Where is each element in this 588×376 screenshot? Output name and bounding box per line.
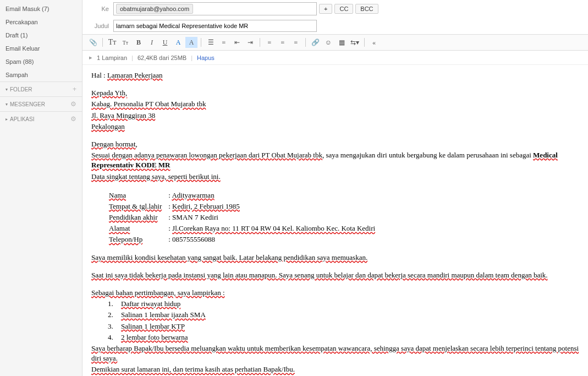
align-left-icon[interactable]: ≡ [263,37,276,48]
chevron-right-icon: ▸ [89,54,92,61]
underline-icon[interactable]: U [159,37,171,48]
to-input[interactable]: obatmujarab@yahoo.com [113,2,317,15]
attachment-bar: ▸ 1 Lampiran | 62,4KB dari 25MB | Hapus [83,51,588,65]
recipient-chip[interactable]: obatmujarab@yahoo.com [116,4,193,14]
bcc-button[interactable]: BCC [355,4,378,14]
font-size-up-icon[interactable]: Tт [106,37,118,48]
section-label: FOLDER [10,86,32,92]
gear-icon[interactable]: ⚙ [70,100,76,108]
highlight-icon[interactable]: A [185,37,197,48]
remove-attachment-link[interactable]: Hapus [197,55,215,61]
subject-input[interactable] [113,20,317,32]
nav-conversations[interactable]: Percakapan [0,15,82,29]
emoji-icon[interactable]: ☺ [322,37,334,48]
section-aplikasi[interactable]: ▸APLIKASI⚙ [0,111,82,126]
number-list-icon[interactable]: ≡ [218,37,230,48]
align-right-icon[interactable]: ≡ [290,37,302,48]
compose-panel: Ke obatmujarab@yahoo.com + CC BCC Judul … [83,0,588,376]
chevron-down-icon: ▾ [6,87,8,92]
collapse-icon[interactable]: « [368,37,380,48]
cc-button[interactable]: CC [334,4,353,14]
gear-icon[interactable]: ⚙ [70,115,76,123]
font-color-icon[interactable]: A [172,37,184,48]
attachment-count: 1 Lampiran [97,55,127,61]
align-center-icon[interactable]: ≡ [277,37,289,48]
indent-icon[interactable]: ⇥ [244,37,256,48]
add-recipient-button[interactable]: + [319,4,332,14]
outdent-icon[interactable]: ⇤ [231,37,243,48]
nav-drafts[interactable]: Draft (1) [0,29,82,42]
bullet-list-icon[interactable]: ☰ [205,37,217,48]
attachment-list: 1.Daftar riwayat hidup 2.Salinan 1 lemba… [108,299,579,342]
stationery-icon[interactable]: ▦ [336,37,348,48]
subject-row: Judul [83,18,588,34]
font-size-down-icon[interactable]: Tт [119,37,131,48]
section-label: APLIKASI [10,116,34,122]
nav-trash[interactable]: Sampah [0,68,82,81]
format-toolbar: 📎 Tт Tт B I U A A ☰ ≡ ⇤ ⇥ ≡ ≡ ≡ 🔗 ☺ ▦ ⇆▾… [83,34,588,51]
link-icon[interactable]: 🔗 [309,37,321,48]
nav-sent[interactable]: Email Keluar [0,42,82,55]
message-body[interactable]: Hal : Lamaran Pekerjaan Kepada Yth, Kaba… [83,65,588,376]
subject-label: Judul [87,23,113,29]
to-label: Ke [87,6,113,12]
section-folder[interactable]: ▾FOLDER+ [0,81,82,96]
chevron-down-icon: ▾ [6,102,8,107]
bold-icon[interactable]: B [133,37,145,48]
to-row: Ke obatmujarab@yahoo.com + CC BCC [83,0,588,18]
add-folder-icon[interactable]: + [73,85,76,93]
section-label: MESSENGER [10,101,45,107]
switch-format-icon[interactable]: ⇆▾ [349,37,361,48]
info-table: Nama: Adityawarman Tempat & tgl.lahir: K… [108,189,382,246]
sidebar: Email Masuk (7) Percakapan Draft (1) Ema… [0,0,83,376]
attachment-size: 62,4KB dari 25MB [138,55,186,61]
italic-icon[interactable]: I [146,37,158,48]
chevron-right-icon: ▸ [6,117,8,122]
nav-spam[interactable]: Spam (88) [0,55,82,68]
attach-icon[interactable]: 📎 [87,37,99,48]
nav-inbox[interactable]: Email Masuk (7) [0,2,82,15]
section-messenger[interactable]: ▾MESSENGER⚙ [0,96,82,111]
